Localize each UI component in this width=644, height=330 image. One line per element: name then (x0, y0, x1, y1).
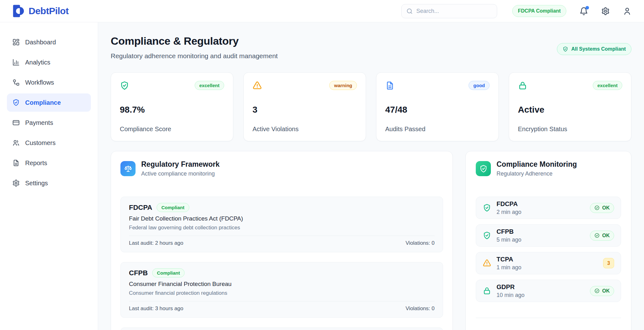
panel-footer-divider (476, 318, 621, 330)
status-badge-label: All Systems Compliant (571, 46, 626, 52)
status-badge: excellent (195, 81, 224, 90)
fdcpa-compliant-badge: FDCPA Compliant (512, 5, 566, 17)
sidebar-item-compliance[interactable]: Compliance (7, 93, 91, 112)
app-window: DebtPilot FDCPA Compliant (0, 0, 644, 330)
last-check-time: 10 min ago (497, 292, 525, 299)
sidebar-item-payments[interactable]: Payments (7, 114, 91, 132)
sidebar-item-dashboard[interactable]: Dashboard (7, 33, 91, 51)
ok-status-badge: OK (590, 203, 614, 213)
search-box[interactable] (401, 4, 497, 18)
framework-item-cfpb[interactable]: CFPB Compliant Consumer Financial Protec… (120, 262, 443, 318)
regulation-code: TCPA (497, 256, 521, 263)
shield-check-icon (120, 81, 129, 92)
credit-card-icon (12, 119, 20, 126)
sidebar-item-settings[interactable]: Settings (7, 174, 91, 192)
workflow-icon (12, 79, 20, 86)
compliance-status-badge: Compliant (152, 268, 185, 277)
brand-logo[interactable]: DebtPilot (13, 4, 69, 18)
stat-label: Encryption Status (518, 126, 622, 133)
status-badge: warning (329, 81, 357, 90)
settings-button[interactable] (601, 7, 610, 15)
stat-card-audits-passed[interactable]: good 47/48 Audits Passed (376, 72, 499, 141)
violations-text: Violations: 0 (406, 240, 435, 246)
compliance-status-badge: Compliant (157, 203, 189, 212)
top-bar-actions: FDCPA Compliant (401, 4, 631, 18)
page-subtitle: Regulatory adherence monitoring and audi… (111, 52, 278, 60)
regulation-code: FDCPA (497, 200, 521, 208)
sidebar-item-label: Settings (25, 180, 48, 187)
sidebar-item-label: Analytics (25, 59, 50, 66)
search-input[interactable] (416, 8, 492, 14)
stat-label: Audits Passed (385, 126, 490, 133)
brand-name: DebtPilot (29, 6, 69, 16)
check-circle-icon (594, 233, 600, 238)
shield-check-icon (476, 161, 491, 176)
scales-icon (120, 161, 136, 176)
check-circle-icon (594, 205, 600, 210)
sidebar-item-analytics[interactable]: Analytics (7, 53, 91, 71)
lock-icon (518, 81, 527, 92)
profile-button[interactable] (623, 7, 631, 15)
stat-label: Active Violations (253, 126, 357, 133)
sidebar-item-workflows[interactable]: Workflows (7, 73, 91, 92)
monitoring-item-tcpa[interactable]: TCPA 1 min ago 3 (476, 252, 621, 274)
regulation-code: CFPB (129, 269, 148, 277)
page-header: Compliance & Regulatory Regulatory adher… (111, 35, 631, 60)
monitoring-item-cfpb[interactable]: CFPB 5 min ago OK (476, 224, 621, 247)
last-audit-text: Last audit: 3 hours ago (129, 305, 183, 312)
stat-card-active-violations[interactable]: warning 3 Active Violations (243, 72, 366, 141)
regulation-code: CFPB (497, 228, 521, 235)
check-circle-icon (594, 288, 600, 294)
last-check-time: 2 min ago (497, 209, 521, 215)
stat-label: Compliance Score (120, 126, 224, 133)
stat-value: 3 (253, 105, 357, 115)
regulation-name: Consumer Financial Protection Bureau (129, 281, 435, 288)
file-text-icon (12, 159, 20, 167)
status-badge: excellent (593, 81, 622, 90)
alert-triangle-icon (253, 81, 262, 92)
last-audit-text: Last audit: 2 hours ago (129, 240, 183, 246)
regulation-name: Fair Debt Collection Practices Act (FDCP… (129, 215, 435, 222)
framework-item-tcpa[interactable]: TCPA Warning (120, 327, 443, 330)
analytics-icon (12, 59, 20, 66)
monitoring-item-gdpr[interactable]: GDPR 10 min ago OK (476, 280, 621, 302)
stat-card-encryption-status[interactable]: excellent Active Encryption Status (509, 72, 631, 141)
regulation-description: Federal law governing debt collection pr… (129, 225, 435, 231)
users-icon (12, 139, 20, 147)
dashboard-icon (12, 38, 20, 46)
top-bar: DebtPilot FDCPA Compliant (0, 0, 644, 22)
shield-check-icon (563, 46, 568, 52)
panel-subtitle: Active compliance monitoring (141, 171, 219, 177)
shield-check-icon (483, 231, 491, 240)
gear-icon (12, 179, 20, 187)
sidebar-item-label: Dashboard (25, 39, 56, 46)
violations-text: Violations: 0 (406, 305, 435, 312)
framework-item-fdcpa[interactable]: FDCPA Compliant Fair Debt Collection Pra… (120, 197, 443, 252)
status-badge: good (469, 81, 490, 90)
main-content: Compliance & Regulatory Regulatory adher… (98, 22, 644, 330)
page-title: Compliance & Regulatory (111, 35, 278, 47)
ok-status-badge: OK (590, 286, 614, 296)
search-icon (406, 8, 413, 14)
panel-subtitle: Regulatory Adherence (497, 171, 577, 177)
sidebar-item-customers[interactable]: Customers (7, 134, 91, 152)
shield-check-icon (483, 204, 491, 212)
lock-icon (483, 287, 491, 295)
sidebar-item-label: Compliance (25, 99, 61, 106)
compliance-monitoring-panel: Compliance Monitoring Regulatory Adheren… (465, 151, 631, 330)
last-check-time: 1 min ago (497, 264, 521, 271)
panels-row: Regulatory Framework Active compliance m… (111, 151, 631, 330)
notifications-button[interactable] (580, 7, 588, 15)
debtpilot-logo-icon (13, 4, 25, 18)
sidebar-item-reports[interactable]: Reports (7, 154, 91, 172)
regulation-code: GDPR (497, 283, 525, 291)
stats-row: excellent 98.7% Compliance Score warning… (111, 72, 631, 141)
stat-card-compliance-score[interactable]: excellent 98.7% Compliance Score (111, 72, 233, 141)
monitoring-item-fdcpa[interactable]: FDCPA 2 min ago OK (476, 197, 621, 219)
alert-triangle-icon (483, 259, 491, 267)
regulation-code: FDCPA (129, 204, 152, 212)
ok-status-badge: OK (590, 231, 614, 241)
violation-count-badge: 3 (603, 258, 614, 268)
sidebar-item-label: Payments (25, 119, 53, 126)
last-check-time: 5 min ago (497, 237, 521, 243)
